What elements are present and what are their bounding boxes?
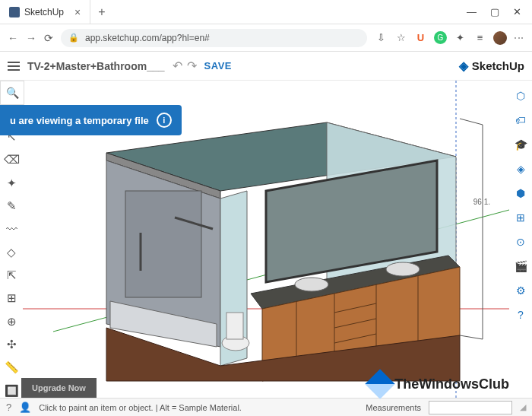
- tape-tool-icon[interactable]: 📏: [4, 360, 19, 374]
- info-icon: i: [157, 113, 172, 128]
- logo-mark-icon: ◈: [459, 59, 468, 73]
- offset-tool-icon[interactable]: ⊞: [4, 291, 19, 305]
- reading-list-icon[interactable]: ≡: [473, 31, 486, 44]
- resize-grip-icon[interactable]: ◢: [520, 402, 526, 412]
- text-tool-icon[interactable]: 🔲: [4, 384, 19, 398]
- undo-redo-group: ↶ ↷: [173, 59, 197, 73]
- instructor-icon[interactable]: 🎓: [513, 137, 528, 152]
- svg-point-17: [386, 262, 420, 276]
- tags-panel-icon[interactable]: 🏷: [513, 113, 528, 128]
- extension-icons: ⇩ ☆ U G ✦ ≡ ⋮: [375, 31, 524, 45]
- scenes-icon[interactable]: ⊙: [513, 234, 528, 249]
- back-button[interactable]: ←: [8, 32, 18, 44]
- hamburger-menu-icon[interactable]: [8, 62, 20, 71]
- watermark: TheWindowsClub: [369, 373, 509, 395]
- shape-tool-icon[interactable]: ◇: [4, 246, 19, 259]
- upgrade-button[interactable]: Upgrade Now: [21, 378, 97, 398]
- arc-tool-icon[interactable]: 〰: [4, 222, 19, 236]
- paint-tool-icon[interactable]: ✦: [4, 176, 19, 190]
- minimize-button[interactable]: —: [467, 6, 477, 17]
- browser-titlebar: SketchUp × + — ▢ ✕: [0, 0, 532, 24]
- components-icon[interactable]: ◈: [513, 161, 528, 176]
- person-status-icon[interactable]: 👤: [19, 402, 31, 413]
- status-bar: ? 👤 Click to paint an item or object. | …: [0, 398, 532, 416]
- app-header: TV-2+Master+Bathroom___ ↶ ↷ SAVE ◈ Sketc…: [0, 52, 532, 81]
- url-text: app.sketchup.com/app?hl=en#: [85, 33, 210, 43]
- install-icon[interactable]: ⇩: [375, 31, 388, 44]
- extension-u-icon[interactable]: U: [414, 31, 427, 44]
- save-button[interactable]: SAVE: [204, 60, 232, 71]
- lock-icon: 🔒: [68, 33, 79, 43]
- svg-line-29: [460, 335, 483, 339]
- right-toolbar: ⬡ 🏷 🎓 ◈ ⬢ ⊞ ⊙ 🎬 ⚙ ?: [509, 81, 532, 398]
- svg-rect-7: [125, 191, 201, 297]
- measurements-label: Measurements: [366, 403, 421, 412]
- styles-icon[interactable]: ⊞: [513, 210, 528, 225]
- watermark-logo-icon: [365, 369, 395, 399]
- measurements-input[interactable]: [429, 401, 512, 414]
- settings-icon[interactable]: ⚙: [513, 283, 528, 298]
- banner-text: u are viewing a temporary file: [10, 115, 149, 126]
- close-window-button[interactable]: ✕: [513, 6, 521, 17]
- redo-icon[interactable]: ↷: [187, 59, 197, 73]
- logo-text: SketchUp: [472, 59, 524, 72]
- watermark-text: TheWindowsClub: [394, 376, 509, 392]
- status-hint: Click to paint an item or object. | Alt …: [39, 403, 358, 412]
- undo-icon[interactable]: ↶: [173, 59, 182, 73]
- reload-button[interactable]: ⟳: [44, 32, 53, 44]
- sketchup-logo[interactable]: ◈ SketchUp: [459, 59, 524, 73]
- eraser-tool-icon[interactable]: ⌫: [4, 153, 19, 167]
- help-icon[interactable]: ?: [513, 307, 528, 322]
- svg-point-16: [295, 278, 328, 291]
- move-tool-icon[interactable]: ⊕: [4, 315, 19, 329]
- star-icon[interactable]: ☆: [394, 31, 407, 44]
- url-field[interactable]: 🔒 app.sketchup.com/app?hl=en#: [61, 29, 367, 47]
- help-status-icon[interactable]: ?: [6, 402, 11, 413]
- display-icon[interactable]: 🎬: [513, 259, 528, 274]
- address-bar: ← → ⟳ 🔒 app.sketchup.com/app?hl=en# ⇩ ☆ …: [0, 24, 532, 52]
- rotate-tool-icon[interactable]: ✣: [4, 338, 19, 351]
- entity-info-icon[interactable]: ⬡: [513, 88, 528, 103]
- dimension-label: 96 1.: [473, 198, 490, 206]
- tab-close-icon[interactable]: ×: [74, 6, 81, 18]
- svg-line-27: [460, 119, 483, 125]
- extension-g-icon[interactable]: G: [434, 31, 447, 44]
- chrome-menu-icon[interactable]: ⋮: [514, 33, 524, 43]
- tab-favicon: [9, 7, 20, 17]
- svg-rect-13: [226, 313, 243, 339]
- search-icon[interactable]: 🔍: [0, 81, 24, 105]
- filename[interactable]: TV-2+Master+Bathroom___: [27, 60, 165, 72]
- banner-message[interactable]: u are viewing a temporary file i: [0, 105, 182, 135]
- notification-banner: 🔍 u are viewing a temporary file i: [0, 81, 182, 135]
- profile-avatar[interactable]: [493, 31, 507, 45]
- new-tab-button[interactable]: +: [90, 5, 112, 19]
- maximize-button[interactable]: ▢: [490, 6, 499, 17]
- pencil-tool-icon[interactable]: ✎: [4, 199, 19, 213]
- browser-tab[interactable]: SketchUp ×: [0, 0, 90, 24]
- materials-icon[interactable]: ⬢: [513, 186, 528, 201]
- pushpull-tool-icon[interactable]: ⇱: [4, 268, 19, 282]
- window-controls: — ▢ ✕: [467, 6, 532, 17]
- extensions-puzzle-icon[interactable]: ✦: [454, 31, 467, 44]
- tab-title: SketchUp: [24, 7, 64, 17]
- forward-button[interactable]: →: [26, 32, 36, 44]
